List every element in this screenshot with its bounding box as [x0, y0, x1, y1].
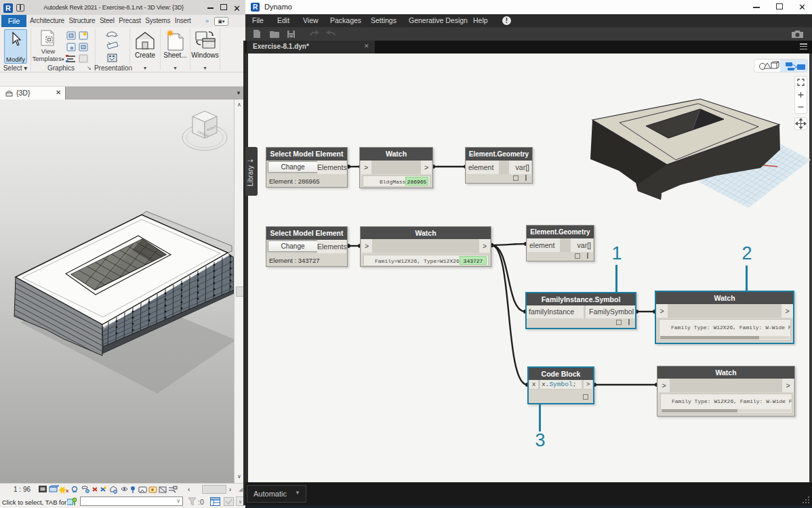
svg-text:x: x: [66, 488, 69, 494]
